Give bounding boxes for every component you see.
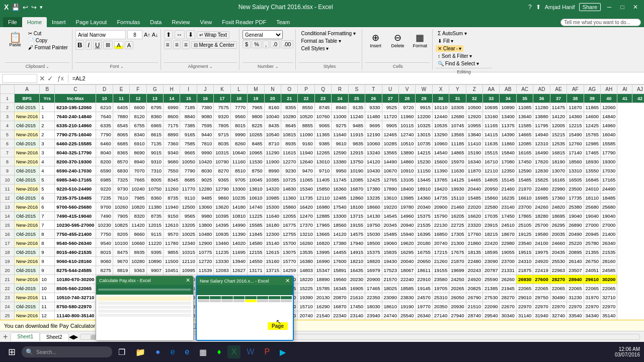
tab-view[interactable]: View [195, 17, 217, 27]
cell[interactable]: 10315 [180, 248, 197, 257]
cell[interactable]: 11475 [550, 103, 567, 112]
cell[interactable]: BPS [15, 94, 40, 103]
cell[interactable]: 13015 [416, 130, 432, 139]
col-header-c[interactable]: C [55, 85, 96, 94]
cell[interactable]: 26260 [500, 275, 516, 284]
chrome-button[interactable]: ● [151, 345, 165, 358]
cell[interactable]: 9485 [348, 121, 365, 130]
cell[interactable]: 14960 [600, 121, 617, 130]
cell[interactable]: 23320 [466, 221, 482, 230]
cell[interactable]: 15850 [314, 185, 331, 194]
cell[interactable]: 11480 [365, 112, 382, 121]
cell[interactable]: 13750 [348, 157, 365, 166]
cell[interactable]: 26930 [516, 275, 533, 284]
maximize-button[interactable]: □ [618, 3, 627, 12]
cell[interactable]: 11065 [298, 175, 314, 185]
cell[interactable]: 13620 [214, 203, 230, 212]
cell[interactable]: 9060-610-28160 [55, 257, 96, 266]
cell[interactable]: 27600 [533, 275, 550, 284]
cell[interactable]: 22970 [550, 302, 567, 311]
cell[interactable]: 4 [40, 166, 55, 175]
cell[interactable]: 17865 [516, 212, 533, 221]
cell[interactable]: 13235 [365, 194, 382, 203]
cell[interactable]: 2 [40, 121, 55, 130]
cell[interactable]: 13205 [180, 221, 197, 230]
cell[interactable]: 8819 [113, 266, 129, 275]
cell[interactable]: 17820 [533, 157, 550, 166]
cell[interactable]: 16610 [516, 194, 533, 203]
cell[interactable]: 16040 [600, 130, 617, 139]
cell[interactable]: 15515 [483, 148, 500, 157]
cell[interactable]: 13445 [416, 175, 432, 185]
cell[interactable]: 10045 [248, 175, 264, 185]
cell[interactable]: 11280 [533, 103, 550, 112]
sheet-tab-2[interactable]: Sheet2 [40, 333, 69, 341]
cell[interactable]: 14735 [432, 194, 449, 203]
cell[interactable]: 20340 [416, 203, 432, 212]
cell[interactable]: 6590 [96, 166, 113, 175]
cell[interactable]: 9720 [398, 103, 415, 112]
cell[interactable]: 10820 [130, 203, 146, 212]
cell[interactable]: 12535 [550, 139, 567, 148]
cell[interactable]: 15300 [264, 203, 281, 212]
cell[interactable]: 15485 [382, 230, 398, 239]
cell[interactable]: 9395 [146, 248, 163, 257]
cell[interactable]: 9310 [146, 157, 163, 166]
cell[interactable]: 19040 [584, 212, 600, 221]
formula-input[interactable] [70, 75, 642, 81]
cell[interactable]: 9365 [214, 175, 230, 185]
cell[interactable]: 20900 [432, 203, 449, 212]
cell[interactable]: 31970 [584, 293, 600, 302]
row-header-25[interactable]: 25 [1, 311, 15, 320]
cell[interactable]: 18400 [398, 185, 415, 194]
cell[interactable]: 20825 [466, 284, 482, 293]
cell[interactable]: 15225 [298, 284, 314, 293]
cell[interactable]: 18695 [550, 212, 567, 221]
cell[interactable]: 9385 [314, 139, 331, 148]
cell[interactable]: 10 [40, 284, 55, 293]
cell[interactable]: 12215 [567, 121, 584, 130]
cell[interactable]: 12900 [197, 239, 213, 248]
cell[interactable]: 13010 [314, 157, 331, 166]
cell[interactable]: 11695 [230, 248, 247, 257]
cell[interactable]: 26340 [416, 311, 432, 320]
cell[interactable]: 12190 [365, 130, 382, 139]
cell[interactable]: 6210-195-12060 [55, 103, 96, 112]
cell[interactable]: 17450 [348, 302, 365, 311]
cell[interactable]: 12015 [146, 221, 163, 230]
col-header-aa[interactable]: AA [483, 85, 500, 94]
cell[interactable]: 22340 [332, 311, 348, 320]
cell[interactable]: 13160 [483, 112, 500, 121]
cell[interactable]: 22970 [533, 302, 550, 311]
cell[interactable]: 23500 [567, 185, 584, 194]
cell[interactable]: 12590 [516, 166, 533, 175]
cell[interactable]: 15765 [584, 130, 600, 139]
cell[interactable]: 16180 [264, 221, 281, 230]
cell-reference-input[interactable] [2, 74, 37, 83]
cell[interactable]: 8065 [113, 130, 129, 139]
cell[interactable]: 14665 [516, 130, 533, 139]
cell[interactable]: 16820 [314, 239, 331, 248]
cell[interactable]: 26890 [567, 221, 584, 230]
cell[interactable]: 17600 [332, 257, 348, 266]
cell[interactable]: 9485 [197, 194, 213, 203]
cell[interactable]: 14575 [348, 230, 365, 239]
font-size-increase-button[interactable]: A↑ [144, 32, 150, 38]
paste-button[interactable]: 📋 Paste [5, 30, 25, 49]
cell[interactable]: 7310 [146, 166, 163, 175]
cell[interactable]: New-2016 [15, 185, 40, 194]
scroll-left-icon[interactable]: ◀ [69, 333, 73, 340]
cell[interactable]: 12985 [584, 139, 600, 148]
cell[interactable]: 8260 [230, 139, 247, 148]
cell[interactable]: 19040 [567, 212, 584, 221]
cell[interactable]: 31940 [533, 311, 550, 320]
col-header-e[interactable]: E [113, 85, 129, 94]
tab-home[interactable]: Home [22, 17, 47, 27]
cell[interactable]: 17790 [600, 148, 617, 157]
row-header-7[interactable]: 7 [1, 148, 15, 157]
cell[interactable]: 19750 [365, 221, 382, 230]
cell[interactable]: 9855 [164, 248, 180, 257]
cell[interactable]: 6685 [113, 139, 129, 148]
cell[interactable]: 15790 [432, 212, 449, 221]
cell[interactable]: 7790 [96, 130, 113, 139]
